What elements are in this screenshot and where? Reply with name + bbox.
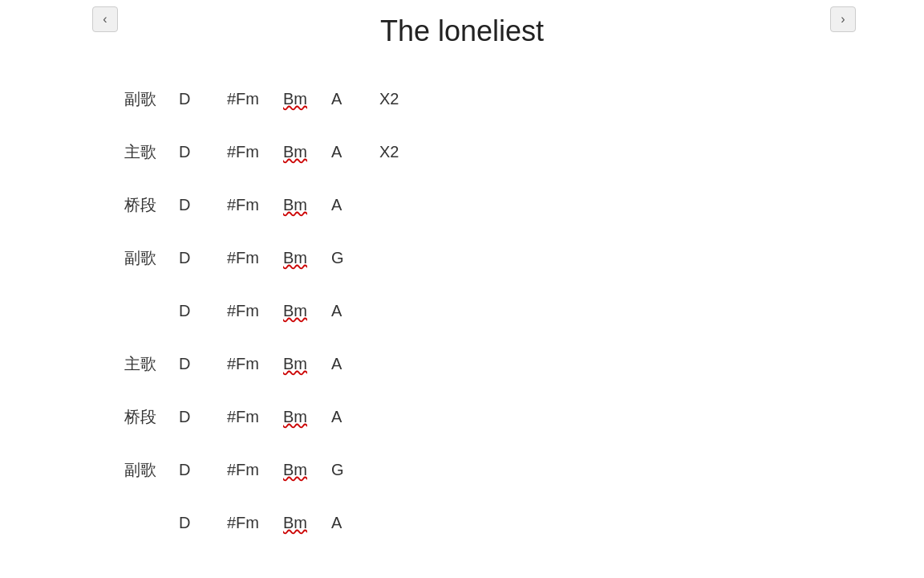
nav-left-button[interactable]: ‹	[92, 6, 118, 32]
chord-table: 副歌D#FmBmAX2主歌D#FmBmAX2桥段D#FmBmA副歌D#FmBmG…	[124, 72, 924, 549]
chord-row: 主歌D#FmBmA	[124, 337, 924, 390]
chord-bm: Bm	[283, 249, 307, 267]
chord-a: A	[331, 408, 355, 426]
page-title: The loneliest	[0, 0, 924, 64]
chord-d: D	[179, 249, 203, 267]
chord-row: 主歌D#FmBmAX2	[124, 125, 924, 178]
chord-a: A	[331, 90, 355, 108]
chord-d: D	[179, 355, 203, 373]
chord-d: D	[179, 196, 203, 214]
chord-row: 副歌D#FmBmAX2	[124, 72, 924, 125]
chord-sharpfm: #Fm	[227, 408, 259, 426]
chord-bm: Bm	[283, 408, 307, 426]
chord-d: D	[179, 408, 203, 426]
chord-repeat: X2	[379, 90, 399, 108]
chord-row: 副歌D#FmBmG	[124, 443, 924, 496]
chord-row: 桥段D#FmBmA	[124, 178, 924, 231]
chord-sharpfm: #Fm	[227, 355, 259, 373]
chord-sharpfm: #Fm	[227, 514, 259, 532]
chord-a: A	[331, 355, 355, 373]
chord-bm: Bm	[283, 196, 307, 214]
chevron-right-icon: ›	[841, 12, 845, 26]
chord-sharpfm: #Fm	[227, 302, 259, 320]
chord-d: D	[179, 302, 203, 320]
chord-bm: Bm	[283, 355, 307, 373]
chord-bm: Bm	[283, 143, 307, 161]
chevron-left-icon: ‹	[103, 12, 107, 26]
chord-sharpfm: #Fm	[227, 90, 259, 108]
chord-d: D	[179, 90, 203, 108]
chord-bm: Bm	[283, 90, 307, 108]
chord-bm: Bm	[283, 514, 307, 532]
chord-sharpfm: #Fm	[227, 249, 259, 267]
chord-sharpfm: #Fm	[227, 196, 259, 214]
chord-sharpfm: #Fm	[227, 143, 259, 161]
section-label: 副歌	[124, 247, 164, 269]
chord-bm: Bm	[283, 302, 307, 320]
chord-sharpfm: #Fm	[227, 461, 259, 479]
section-label: 桥段	[124, 406, 164, 428]
chord-row: D#FmBmA	[124, 496, 924, 549]
section-label: 主歌	[124, 353, 164, 375]
chord-row: 副歌D#FmBmG	[124, 231, 924, 284]
section-label: 副歌	[124, 459, 164, 481]
section-label: 副歌	[124, 88, 164, 110]
chord-bm: Bm	[283, 461, 307, 479]
chord-d: D	[179, 514, 203, 532]
chord-g: G	[331, 461, 355, 479]
chord-repeat: X2	[379, 143, 399, 161]
chord-a: A	[331, 302, 355, 320]
section-label: 桥段	[124, 194, 164, 216]
chord-row: 桥段D#FmBmA	[124, 390, 924, 443]
section-label: 主歌	[124, 141, 164, 163]
chord-d: D	[179, 143, 203, 161]
chord-row: D#FmBmA	[124, 284, 924, 337]
chord-a: A	[331, 143, 355, 161]
chord-a: A	[331, 514, 355, 532]
chord-g: G	[331, 249, 355, 267]
chord-a: A	[331, 196, 355, 214]
chord-d: D	[179, 461, 203, 479]
nav-right-button[interactable]: ›	[830, 6, 856, 32]
